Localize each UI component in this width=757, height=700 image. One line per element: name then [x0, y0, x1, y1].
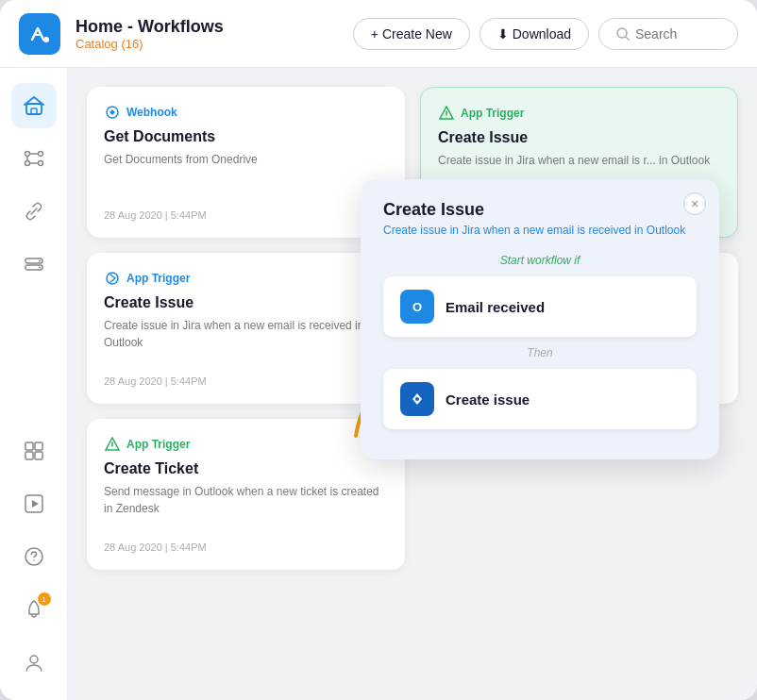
header-actions: + Create New ⬇ Download: [353, 18, 738, 50]
apptrigger-ticket-icon: [104, 436, 121, 453]
svg-point-33: [415, 397, 419, 401]
card-date-get-documents: 28 Aug 2020 | 5:44PM: [104, 209, 388, 221]
popup-then-label: Then: [383, 346, 697, 359]
card-title-create-issue-hl: Create Issue: [438, 129, 720, 146]
svg-marker-18: [32, 500, 39, 508]
svg-point-1: [43, 37, 49, 42]
user-icon: [24, 652, 44, 673]
card-tag-webhook: Webhook: [104, 104, 388, 121]
play-icon: [24, 493, 44, 514]
catalog-count: Catalog (16): [76, 37, 338, 51]
download-button[interactable]: ⬇ Download: [479, 18, 589, 50]
storage-icon: [24, 254, 44, 275]
app-logo: [19, 13, 60, 55]
jira-icon: [400, 382, 434, 416]
popup-step-jira[interactable]: Create issue: [383, 369, 697, 429]
sidebar-item-play[interactable]: [11, 481, 57, 526]
search-icon: [616, 27, 630, 41]
popup-subtitle: Create issue in Jira when a new email is…: [383, 224, 697, 237]
apptrigger-blue-icon: [104, 270, 121, 287]
card-tag-apptrigger-create: App Trigger: [104, 270, 388, 287]
header-title-group: Home - Workflows Catalog (16): [76, 17, 338, 51]
sidebar-item-link[interactable]: [11, 189, 57, 234]
card-title-create-ticket: Create Ticket: [104, 460, 388, 477]
webhook-icon: [104, 104, 121, 121]
sidebar-bottom: 1: [11, 428, 57, 685]
svg-point-21: [30, 656, 38, 663]
sidebar-item-help[interactable]: [11, 534, 57, 579]
sidebar: 1: [0, 68, 68, 700]
header: Home - Workflows Catalog (16) + Create N…: [0, 0, 757, 68]
card-desc-create-issue: Create issue in Jira when a new email is…: [104, 317, 388, 360]
link-icon: [24, 201, 44, 222]
svg-point-11: [39, 260, 41, 262]
popup-title: Create Issue: [383, 200, 697, 220]
home-icon: [24, 95, 44, 116]
card-tag-create-ticket: App Trigger: [104, 436, 388, 453]
notification-badge: 1: [38, 592, 51, 606]
card-title-get-documents: Get Documents: [104, 128, 388, 145]
main-area: 1: [0, 68, 757, 700]
flow-icon: [24, 148, 44, 169]
svg-point-20: [33, 559, 35, 561]
sidebar-item-flow[interactable]: [11, 136, 57, 181]
sidebar-item-storage[interactable]: [11, 242, 57, 287]
svg-point-25: [446, 116, 446, 117]
content-area: Webhook Get Documents Get Documents from…: [68, 68, 757, 700]
popup-step-jira-label: Create issue: [446, 392, 530, 408]
svg-point-26: [107, 273, 118, 284]
popup-close-button[interactable]: ×: [683, 192, 706, 215]
card-create-issue[interactable]: App Trigger Create Issue Create issue in…: [87, 253, 405, 404]
svg-rect-4: [31, 108, 37, 114]
app-window: Home - Workflows Catalog (16) + Create N…: [0, 0, 757, 700]
search-box[interactable]: [598, 18, 738, 50]
page-title: Home - Workflows: [76, 17, 338, 37]
popup-start-label: Start workflow if: [383, 254, 697, 267]
popup-step-email[interactable]: O Email received: [383, 276, 697, 337]
sidebar-item-puzzle[interactable]: [11, 428, 57, 474]
card-date-create-ticket: 28 Aug 2020 | 5:44PM: [104, 542, 388, 553]
apptrigger-icon: [438, 105, 455, 122]
card-get-documents[interactable]: Webhook Get Documents Get Documents from…: [87, 87, 405, 238]
svg-rect-14: [35, 442, 42, 450]
svg-rect-16: [35, 452, 42, 459]
card-title-create-issue: Create Issue: [104, 294, 388, 311]
card-tag-apptrigger-highlighted: App Trigger: [438, 105, 720, 122]
sidebar-item-user[interactable]: [11, 640, 57, 685]
card-date-create-issue: 28 Aug 2020 | 5:44PM: [104, 375, 388, 387]
svg-point-12: [39, 267, 41, 269]
svg-text:O: O: [412, 300, 422, 314]
sidebar-item-home[interactable]: [11, 83, 57, 128]
outlook-icon: O: [400, 290, 434, 324]
popup-step-email-label: Email received: [446, 299, 545, 315]
svg-rect-15: [25, 452, 33, 459]
sidebar-item-notification[interactable]: 1: [11, 587, 57, 632]
popup-card: × Create Issue Create issue in Jira when…: [361, 179, 719, 459]
search-input[interactable]: [635, 26, 720, 42]
help-icon: [24, 546, 44, 567]
card-desc-create-ticket: Send message in Outlook when a new ticke…: [104, 483, 388, 526]
svg-rect-13: [25, 442, 33, 450]
card-desc-get-documents: Get Documents from Onedrive: [104, 151, 388, 194]
puzzle-icon: [24, 441, 44, 461]
create-new-button[interactable]: + Create New: [353, 18, 470, 50]
card-create-ticket[interactable]: App Trigger Create Ticket Send message i…: [87, 419, 405, 570]
